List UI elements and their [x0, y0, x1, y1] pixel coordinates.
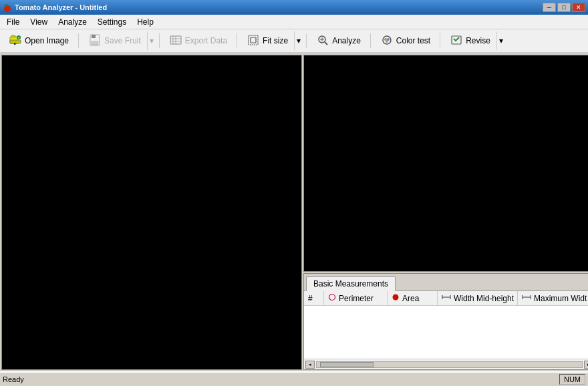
area-label: Area — [402, 294, 419, 303]
col-header-area[interactable]: Area — [388, 291, 438, 305]
svg-point-27 — [329, 295, 335, 301]
col-header-max-width[interactable]: Maximum Widt — [518, 291, 588, 305]
color-test-icon — [380, 33, 394, 49]
open-image-button[interactable]: ▶ + Open Image — [3, 31, 75, 50]
svg-text:+: + — [18, 35, 20, 39]
svg-rect-3 — [11, 35, 15, 37]
revise-icon — [450, 33, 463, 49]
revise-label: Revise — [466, 36, 490, 45]
width-mid-icon — [442, 293, 451, 303]
window-title: Tomato Analyzer - Untitled — [15, 3, 107, 11]
status-text: Ready — [3, 375, 24, 383]
save-fruit-button[interactable]: Save Fruit — [82, 31, 147, 50]
open-image-label: Open Image — [25, 36, 69, 45]
main-area: Basic Measurements # — [0, 53, 588, 371]
window-controls: ─ □ ✕ — [543, 3, 585, 12]
num-lock-indicator: NUM — [559, 374, 585, 385]
svg-rect-16 — [249, 35, 258, 45]
export-data-label: Export Data — [185, 36, 227, 45]
svg-rect-9 — [92, 35, 96, 38]
measurements-table: # Perimeter — [304, 291, 588, 369]
export-data-button[interactable]: Export Data — [163, 31, 233, 50]
max-width-label: Maximum Widt — [534, 294, 587, 303]
right-image-panel — [303, 55, 588, 272]
svg-rect-17 — [251, 37, 256, 43]
save-fruit-label: Save Fruit — [104, 36, 141, 45]
scroll-thumb[interactable] — [320, 362, 374, 367]
table-header: # Perimeter — [304, 291, 588, 306]
left-image-panel — [1, 55, 302, 370]
col-header-hash[interactable]: # — [304, 291, 324, 305]
menu-file[interactable]: File — [1, 15, 25, 29]
col-header-perimeter[interactable]: Perimeter — [324, 291, 388, 305]
menu-settings[interactable]: Settings — [92, 15, 132, 29]
fit-size-icon — [247, 33, 260, 49]
scroll-right-button[interactable]: ▸ — [584, 361, 588, 369]
save-fruit-dropdown[interactable]: ▾ — [147, 31, 156, 50]
revise-dropdown[interactable]: ▾ — [496, 31, 505, 50]
svg-rect-1 — [7, 4, 8, 7]
tab-strip: Basic Measurements — [304, 274, 588, 291]
title-bar-left: Tomato Analyzer - Untitled — [3, 3, 107, 12]
right-panel: Basic Measurements # — [303, 55, 588, 370]
menu-view[interactable]: View — [25, 15, 53, 29]
scroll-track[interactable] — [316, 361, 583, 368]
fit-size-label: Fit size — [263, 36, 288, 45]
separator-1 — [78, 33, 79, 48]
hash-label: # — [308, 294, 313, 303]
separator-5 — [370, 33, 371, 48]
minimize-button[interactable]: ─ — [543, 3, 556, 12]
analyze-label: Analyze — [332, 36, 361, 45]
svg-point-25 — [386, 40, 388, 43]
color-test-button[interactable]: Color test — [374, 31, 436, 50]
title-bar: Tomato Analyzer - Untitled ─ □ ✕ — [0, 0, 588, 15]
separator-2 — [159, 33, 160, 48]
menu-analyze[interactable]: Analyze — [53, 15, 92, 29]
toolbar: ▶ + Open Image Save Fruit ▾ — [0, 29, 588, 53]
perimeter-icon — [328, 293, 336, 303]
revise-group: Revise ▾ — [444, 31, 505, 50]
status-left: Ready — [3, 375, 24, 383]
col-header-width-mid[interactable]: Width Mid-height — [438, 291, 518, 305]
width-mid-label: Width Mid-height — [454, 294, 514, 303]
max-width-icon — [522, 293, 531, 303]
separator-6 — [440, 33, 440, 48]
fit-size-group: Fit size ▾ — [241, 31, 303, 50]
maximize-button[interactable]: □ — [557, 3, 571, 12]
perimeter-label: Perimeter — [339, 294, 374, 303]
measurements-panel: Basic Measurements # — [303, 273, 588, 370]
fit-size-dropdown[interactable]: ▾ — [294, 31, 303, 50]
save-fruit-icon — [88, 33, 102, 49]
close-button[interactable]: ✕ — [572, 3, 585, 12]
horizontal-scrollbar[interactable]: ◂ ▸ — [304, 359, 588, 369]
svg-rect-10 — [92, 41, 98, 45]
revise-button[interactable]: Revise — [444, 31, 496, 50]
table-body — [304, 306, 588, 359]
tab-basic-measurements[interactable]: Basic Measurements — [306, 276, 396, 291]
fit-size-button[interactable]: Fit size — [241, 31, 294, 50]
separator-4 — [306, 33, 307, 48]
scroll-left-button[interactable]: ◂ — [305, 361, 315, 369]
save-fruit-group: Save Fruit ▾ — [82, 31, 156, 50]
analyze-button[interactable]: Analyze — [310, 31, 367, 50]
svg-text:▶: ▶ — [14, 41, 17, 45]
analyze-icon — [316, 33, 329, 49]
open-image-icon: ▶ + — [9, 33, 22, 49]
export-data-icon — [169, 33, 182, 49]
svg-point-28 — [393, 295, 399, 301]
separator-3 — [237, 33, 237, 48]
color-test-label: Color test — [396, 36, 430, 45]
menu-bar: File View Analyze Settings Help — [0, 15, 588, 29]
svg-line-19 — [325, 42, 327, 45]
app-icon — [3, 3, 12, 12]
menu-help[interactable]: Help — [132, 15, 159, 29]
area-icon — [392, 293, 400, 303]
status-bar: Ready NUM — [0, 371, 588, 386]
